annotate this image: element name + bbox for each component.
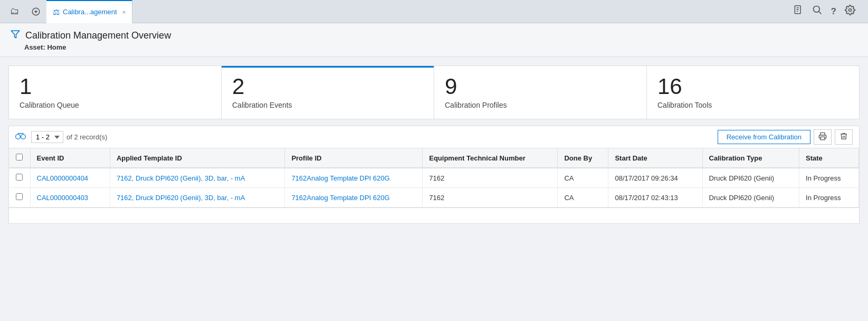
record-navigation: 1 - 2 of 2 record(s) <box>31 131 107 143</box>
help-icon[interactable]: ? <box>831 6 836 17</box>
card-events-label: Calibration Events <box>232 101 423 109</box>
tab-icon-2[interactable] <box>25 0 46 23</box>
toolbar-actions: Receive from Calibration <box>718 129 853 145</box>
table-body: CAL0000000404 7162, Druck DPI620 (Genii)… <box>9 168 859 207</box>
summary-cards: 1 Calibration Queue 2 Calibration Events… <box>8 65 860 119</box>
table-row: CAL0000000403 7162, Druck DPI620 (Genii)… <box>9 188 859 207</box>
page-header-subtitle: Asset: Home <box>24 43 857 51</box>
page-title: Calibration Management Overview <box>25 30 171 41</box>
event-id-link-0[interactable]: CAL0000000404 <box>37 174 89 182</box>
tab-calibration-management[interactable]: ⚖ Calibra...agement × <box>46 0 132 23</box>
print-button[interactable] <box>814 129 832 145</box>
event-id-link-1[interactable]: CAL0000000403 <box>37 194 89 202</box>
cell-calibration-type-0: Druck DPI620 (Genii) <box>702 168 799 188</box>
svg-rect-10 <box>821 137 825 140</box>
table-row: CAL0000000404 7162, Druck DPI620 (Genii)… <box>9 168 859 188</box>
record-range-select[interactable]: 1 - 2 <box>31 131 63 143</box>
row-checkbox-0[interactable] <box>16 174 23 181</box>
cell-event-id-1: CAL0000000403 <box>30 188 110 207</box>
card-tools-number: 16 <box>657 74 848 99</box>
svg-point-6 <box>849 9 852 12</box>
card-calibration-queue[interactable]: 1 Calibration Queue <box>9 66 222 119</box>
bottom-area <box>8 208 860 224</box>
tab-close-button[interactable]: × <box>122 9 126 15</box>
header-done-by: Done By <box>558 148 608 168</box>
cell-start-date-1: 08/17/2017 02:43:13 <box>608 188 702 207</box>
cell-equipment-number-1: 7162 <box>423 188 558 207</box>
asset-label: Asset: <box>24 43 45 51</box>
search-icon[interactable] <box>812 5 823 18</box>
header-start-date: Start Date <box>608 148 702 168</box>
binoculars-icon[interactable] <box>15 131 26 143</box>
cell-event-id-0: CAL0000000404 <box>30 168 110 188</box>
header-checkbox-cell <box>9 148 30 168</box>
delete-button[interactable] <box>835 129 853 145</box>
applied-template-link-1[interactable]: 7162, Druck DPI620 (Genii), 3D, bar, - m… <box>117 194 245 202</box>
row-checkbox-1[interactable] <box>16 193 23 200</box>
events-table: Event ID Applied Template ID Profile ID … <box>9 148 859 207</box>
cell-profile-id-0: 7162Analog Template DPI 620G <box>285 168 423 188</box>
header-calibration-type: Calibration Type <box>702 148 799 168</box>
cell-state-1: In Progress <box>799 188 859 207</box>
cell-done-by-0: CA <box>558 168 608 188</box>
cell-done-by-1: CA <box>558 188 608 207</box>
card-queue-label: Calibration Queue <box>20 101 211 109</box>
cell-profile-id-1: 7162Analog Template DPI 620G <box>285 188 423 207</box>
record-count: of 2 record(s) <box>66 133 107 141</box>
filter-icon[interactable] <box>11 30 20 41</box>
card-tools-label: Calibration Tools <box>657 101 848 109</box>
header-applied-template-id: Applied Template ID <box>110 148 285 168</box>
row-checkbox-cell <box>9 168 30 188</box>
list-toolbar: 1 - 2 of 2 record(s) Receive from Calibr… <box>8 126 860 148</box>
settings-icon[interactable] <box>845 5 855 18</box>
svg-point-8 <box>16 135 21 139</box>
card-profiles-number: 9 <box>445 74 636 99</box>
svg-point-4 <box>813 6 819 13</box>
toolbar-right-icons: ? <box>793 5 864 18</box>
card-calibration-tools[interactable]: 16 Calibration Tools <box>647 66 859 119</box>
svg-point-9 <box>21 135 26 139</box>
row-checkbox-cell <box>9 188 30 207</box>
cell-start-date-0: 08/17/2017 09:26:34 <box>608 168 702 188</box>
events-table-wrapper: Event ID Applied Template ID Profile ID … <box>8 148 860 208</box>
cell-applied-template-1: 7162, Druck DPI620 (Genii), 3D, bar, - m… <box>110 188 285 207</box>
page-header: Calibration Management Overview Asset: H… <box>0 23 868 57</box>
header-profile-id: Profile ID <box>285 148 423 168</box>
cell-calibration-type-1: Druck DPI620 (Genii) <box>702 188 799 207</box>
receive-from-calibration-button[interactable]: Receive from Calibration <box>718 130 810 144</box>
select-all-checkbox[interactable] <box>16 154 23 160</box>
cell-state-0: In Progress <box>799 168 859 188</box>
asset-value: Home <box>47 43 66 51</box>
header-state: State <box>799 148 859 168</box>
card-queue-number: 1 <box>20 74 211 99</box>
card-calibration-events[interactable]: 2 Calibration Events <box>222 66 434 119</box>
header-equipment-technical-number: Equipment Technical Number <box>423 148 558 168</box>
tab-icon-1[interactable]: 🗂 <box>4 0 25 23</box>
card-calibration-profiles[interactable]: 9 Calibration Profiles <box>434 66 647 119</box>
profile-id-link-1[interactable]: 7162Analog Template DPI 620G <box>291 194 389 202</box>
cell-applied-template-0: 7162, Druck DPI620 (Genii), 3D, bar, - m… <box>110 168 285 188</box>
document-icon[interactable] <box>793 5 804 18</box>
card-events-number: 2 <box>232 74 423 99</box>
applied-template-link-0[interactable]: 7162, Druck DPI620 (Genii), 3D, bar, - m… <box>117 174 245 182</box>
tab-bar: 🗂 ⚖ Calibra...agement × ? <box>0 0 868 23</box>
svg-line-5 <box>819 12 822 14</box>
svg-marker-7 <box>12 31 20 38</box>
card-profiles-label: Calibration Profiles <box>445 101 636 109</box>
page-title-row: Calibration Management Overview <box>11 30 857 41</box>
header-event-id: Event ID <box>30 148 110 168</box>
cell-equipment-number-0: 7162 <box>423 168 558 188</box>
tab-label: Calibra...agement <box>63 8 117 16</box>
table-header: Event ID Applied Template ID Profile ID … <box>9 148 859 168</box>
tab-scale-icon: ⚖ <box>53 7 60 17</box>
profile-id-link-0[interactable]: 7162Analog Template DPI 620G <box>291 174 389 182</box>
